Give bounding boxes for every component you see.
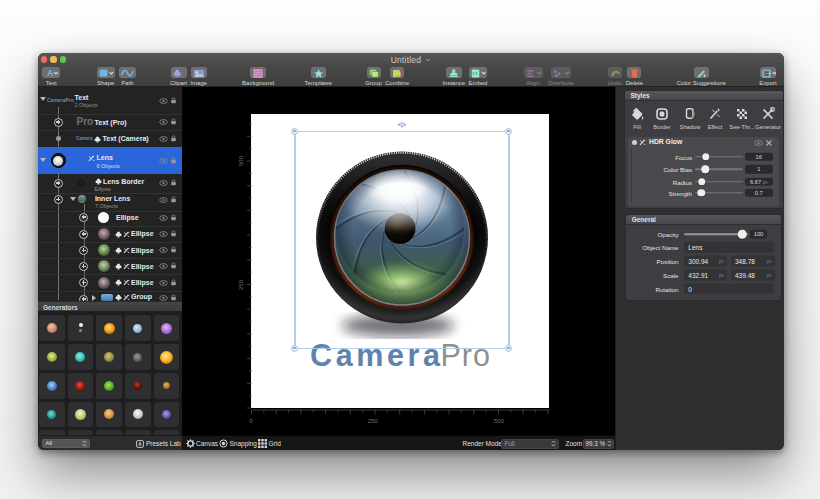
svg-text:A: A bbox=[47, 68, 54, 78]
